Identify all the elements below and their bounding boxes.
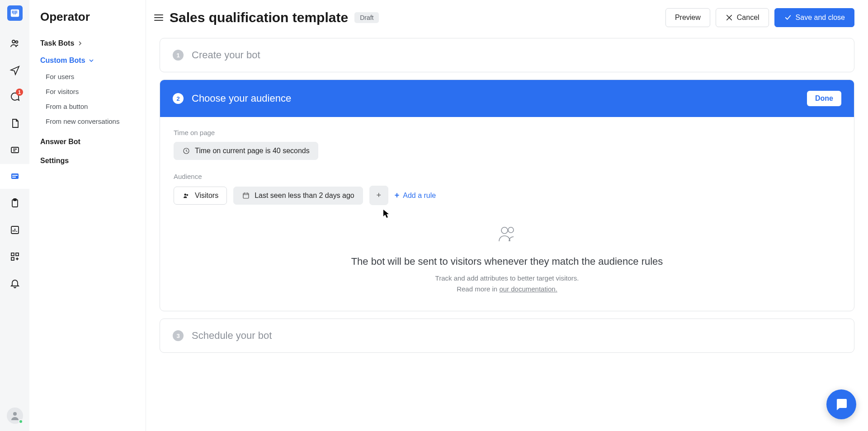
message-icon bbox=[9, 145, 20, 155]
rail-item-people[interactable] bbox=[0, 31, 29, 56]
nav-task-bots[interactable]: Task Bots bbox=[29, 35, 146, 52]
main-panel: Sales qualification template Draft Previ… bbox=[146, 0, 868, 431]
visitors-chip[interactable]: Visitors bbox=[174, 187, 227, 205]
rail-item-inbox[interactable]: 1 bbox=[0, 84, 29, 109]
people-outline-icon bbox=[496, 223, 518, 245]
step-schedule-bot[interactable]: 3 Schedule your bot bbox=[160, 319, 854, 353]
svg-point-20 bbox=[186, 194, 188, 196]
side-nav: Operator Task Bots Custom Bots For users… bbox=[29, 0, 146, 431]
nav-answer-bot[interactable]: Answer Bot bbox=[29, 132, 146, 151]
rail-item-messages[interactable] bbox=[0, 137, 29, 162]
nav-settings[interactable]: Settings bbox=[29, 151, 146, 170]
visitors-icon bbox=[182, 192, 190, 200]
apps-grid-icon bbox=[9, 251, 20, 262]
app-logo[interactable] bbox=[7, 5, 23, 21]
inbox-badge: 1 bbox=[16, 89, 23, 96]
check-icon bbox=[784, 14, 792, 22]
svg-point-17 bbox=[13, 412, 17, 416]
cancel-button[interactable]: Cancel bbox=[716, 8, 769, 27]
preview-button[interactable]: Preview bbox=[665, 8, 710, 27]
svg-rect-4 bbox=[16, 11, 17, 14]
send-icon bbox=[9, 65, 20, 75]
audience-label: Audience bbox=[174, 173, 840, 180]
audience-empty-state: The bot will be sent to visitors wheneve… bbox=[174, 205, 840, 295]
rail-item-reports[interactable] bbox=[0, 217, 29, 242]
sidebar-title: Operator bbox=[29, 7, 146, 35]
operator-icon bbox=[9, 171, 20, 182]
document-icon bbox=[9, 118, 20, 129]
time-on-page-label: Time on page bbox=[174, 129, 840, 136]
clock-icon bbox=[182, 147, 190, 155]
icon-rail: 1 bbox=[0, 0, 29, 431]
close-icon bbox=[725, 14, 733, 22]
done-button[interactable]: Done bbox=[807, 91, 841, 106]
bar-chart-icon bbox=[9, 225, 20, 235]
step-choose-audience: 2 Choose your audience Done Time on page… bbox=[160, 80, 854, 311]
documentation-link[interactable]: our documentation. bbox=[499, 285, 557, 293]
svg-point-19 bbox=[184, 193, 187, 196]
plus-icon: + bbox=[395, 191, 400, 200]
rail-item-notifications[interactable] bbox=[0, 271, 29, 295]
svg-rect-21 bbox=[243, 193, 249, 198]
rail-item-clipboard[interactable] bbox=[0, 191, 29, 216]
svg-rect-15 bbox=[16, 253, 19, 256]
step-2-title: Choose your audience bbox=[192, 93, 291, 104]
user-avatar[interactable] bbox=[7, 408, 23, 424]
chat-launcher[interactable] bbox=[826, 389, 856, 419]
rail-item-apps[interactable] bbox=[0, 244, 29, 269]
chevron-right-icon bbox=[78, 41, 82, 46]
svg-point-6 bbox=[15, 41, 18, 43]
add-rule-button[interactable]: + Add a rule bbox=[395, 191, 436, 200]
step-create-bot[interactable]: 1 Create your bot bbox=[160, 38, 854, 72]
svg-rect-2 bbox=[13, 11, 14, 14]
add-rule-label: Add a rule bbox=[403, 192, 436, 200]
nav-from-button[interactable]: From a button bbox=[29, 99, 146, 114]
content-area: 1 Create your bot 2 Choose your audience… bbox=[146, 35, 868, 431]
people-icon bbox=[9, 38, 20, 49]
bell-icon bbox=[9, 278, 20, 289]
rail-item-operator[interactable] bbox=[0, 164, 29, 189]
step-1-number: 1 bbox=[173, 50, 184, 61]
page-title: Sales qualification template bbox=[170, 10, 348, 25]
svg-point-5 bbox=[12, 40, 15, 43]
empty-sub-line2-prefix: Read more in bbox=[457, 285, 499, 293]
svg-rect-9 bbox=[12, 175, 18, 176]
last-seen-chip-label: Last seen less than 2 days ago bbox=[255, 192, 354, 200]
draft-badge: Draft bbox=[354, 12, 379, 23]
step-2-header[interactable]: 2 Choose your audience Done bbox=[160, 80, 854, 117]
time-rule-chip[interactable]: Time on current page is 40 seconds bbox=[174, 142, 318, 160]
step-1-title: Create your bot bbox=[192, 49, 260, 61]
svg-rect-1 bbox=[12, 11, 13, 14]
svg-rect-7 bbox=[11, 147, 19, 153]
calendar-icon bbox=[242, 192, 250, 200]
plus-icon: + bbox=[377, 191, 382, 200]
save-and-close-button[interactable]: Save and close bbox=[774, 8, 854, 27]
svg-rect-3 bbox=[15, 11, 16, 14]
svg-rect-8 bbox=[11, 173, 19, 179]
user-icon bbox=[9, 410, 20, 421]
intercom-logo-icon bbox=[10, 8, 20, 18]
toggle-sidebar-button[interactable] bbox=[154, 13, 163, 23]
step-2-number: 2 bbox=[173, 93, 184, 104]
time-rule-text: Time on current page is 40 seconds bbox=[195, 147, 310, 155]
clipboard-icon bbox=[9, 198, 20, 209]
step-3-number: 3 bbox=[173, 330, 184, 341]
nav-for-visitors[interactable]: For visitors bbox=[29, 84, 146, 99]
nav-custom-bots[interactable]: Custom Bots bbox=[29, 52, 146, 69]
empty-sub-line1: Track and add attributes to better targe… bbox=[435, 274, 579, 282]
add-condition-button[interactable]: + bbox=[369, 186, 388, 205]
top-bar: Sales qualification template Draft Previ… bbox=[146, 0, 868, 35]
svg-rect-10 bbox=[12, 177, 16, 178]
rail-item-articles[interactable] bbox=[0, 111, 29, 136]
nav-for-users[interactable]: For users bbox=[29, 69, 146, 84]
intercom-launcher-icon bbox=[834, 397, 849, 412]
svg-rect-16 bbox=[11, 258, 14, 260]
visitors-chip-label: Visitors bbox=[195, 192, 218, 200]
step-3-title: Schedule your bot bbox=[192, 330, 272, 342]
chevron-down-icon bbox=[89, 58, 94, 63]
last-seen-chip[interactable]: Last seen less than 2 days ago bbox=[233, 187, 363, 205]
svg-point-23 bbox=[508, 227, 514, 233]
nav-from-new-conversations[interactable]: From new conversations bbox=[29, 114, 146, 129]
nav-custom-bots-label: Custom Bots bbox=[40, 56, 85, 65]
rail-item-outbound[interactable] bbox=[0, 57, 29, 82]
